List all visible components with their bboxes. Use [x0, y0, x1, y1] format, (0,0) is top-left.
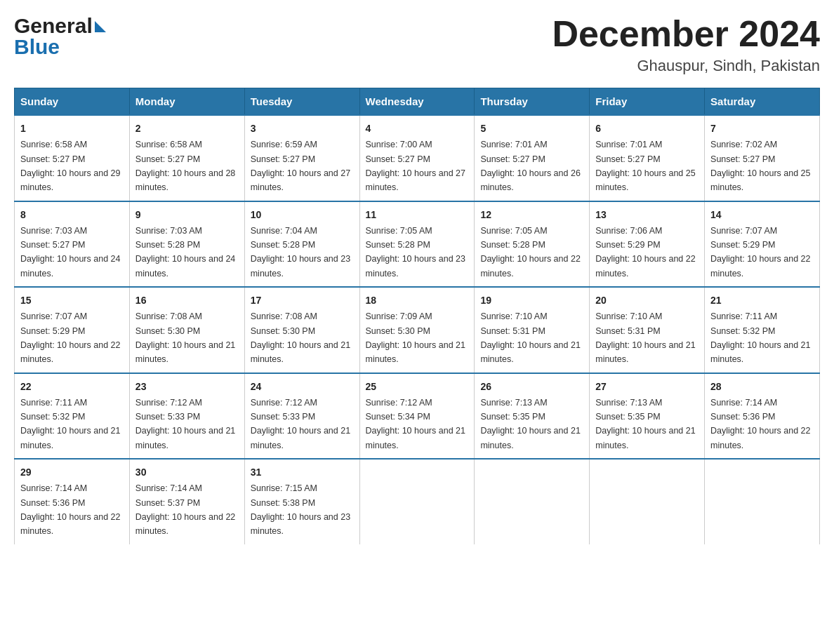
- day-info: Sunrise: 7:13 AMSunset: 5:35 PMDaylight:…: [480, 398, 580, 450]
- day-cell: 15 Sunrise: 7:07 AMSunset: 5:29 PMDaylig…: [15, 287, 130, 373]
- logo: General Blue: [14, 14, 106, 59]
- day-info: Sunrise: 7:14 AMSunset: 5:36 PMDaylight:…: [20, 483, 120, 536]
- day-info: Sunrise: 7:06 AMSunset: 5:29 PMDaylight:…: [595, 226, 695, 279]
- day-info: Sunrise: 7:04 AMSunset: 5:28 PMDaylight:…: [251, 226, 350, 279]
- day-cell: 22 Sunrise: 7:11 AMSunset: 5:32 PMDaylig…: [15, 373, 130, 459]
- day-cell: 26 Sunrise: 7:13 AMSunset: 5:35 PMDaylig…: [475, 373, 590, 459]
- day-info: Sunrise: 7:03 AMSunset: 5:28 PMDaylight:…: [135, 226, 235, 279]
- day-cell: [705, 459, 820, 544]
- day-number: 9: [135, 208, 239, 222]
- day-number: 19: [480, 293, 583, 308]
- day-cell: 12 Sunrise: 7:05 AMSunset: 5:28 PMDaylig…: [475, 201, 590, 288]
- day-number: 15: [20, 293, 124, 308]
- day-info: Sunrise: 7:14 AMSunset: 5:36 PMDaylight:…: [710, 398, 810, 450]
- day-cell: 20 Sunrise: 7:10 AMSunset: 5:31 PMDaylig…: [590, 287, 705, 373]
- day-info: Sunrise: 7:13 AMSunset: 5:35 PMDaylight:…: [595, 398, 695, 450]
- day-number: 1: [20, 121, 124, 136]
- day-number: 7: [710, 121, 814, 136]
- day-info: Sunrise: 7:08 AMSunset: 5:30 PMDaylight:…: [135, 311, 235, 364]
- day-cell: 5 Sunrise: 7:01 AMSunset: 5:27 PMDayligh…: [475, 115, 590, 201]
- day-cell: 9 Sunrise: 7:03 AMSunset: 5:28 PMDayligh…: [129, 201, 244, 288]
- calendar-subtitle: Ghauspur, Sindh, Pakistan: [552, 57, 820, 75]
- day-cell: 16 Sunrise: 7:08 AMSunset: 5:30 PMDaylig…: [129, 287, 244, 373]
- day-number: 18: [366, 293, 469, 308]
- day-info: Sunrise: 7:15 AMSunset: 5:38 PMDaylight:…: [251, 483, 350, 536]
- day-info: Sunrise: 7:10 AMSunset: 5:31 PMDaylight:…: [595, 311, 695, 364]
- day-number: 8: [20, 208, 124, 222]
- day-info: Sunrise: 7:07 AMSunset: 5:29 PMDaylight:…: [710, 226, 810, 279]
- day-info: Sunrise: 7:01 AMSunset: 5:27 PMDaylight:…: [480, 140, 580, 192]
- day-info: Sunrise: 7:10 AMSunset: 5:31 PMDaylight:…: [480, 311, 580, 364]
- logo-blue-text: Blue: [14, 35, 106, 59]
- day-cell: 7 Sunrise: 7:02 AMSunset: 5:27 PMDayligh…: [705, 115, 820, 201]
- day-number: 21: [710, 293, 814, 308]
- day-number: 11: [366, 208, 469, 222]
- day-cell: 1 Sunrise: 6:58 AMSunset: 5:27 PMDayligh…: [15, 115, 130, 201]
- day-cell: 6 Sunrise: 7:01 AMSunset: 5:27 PMDayligh…: [590, 115, 705, 201]
- day-cell: 3 Sunrise: 6:59 AMSunset: 5:27 PMDayligh…: [244, 115, 359, 201]
- day-number: 4: [366, 121, 469, 136]
- day-info: Sunrise: 7:14 AMSunset: 5:37 PMDaylight:…: [135, 483, 235, 536]
- day-cell: 23 Sunrise: 7:12 AMSunset: 5:33 PMDaylig…: [129, 373, 244, 459]
- header-thursday: Thursday: [475, 88, 590, 116]
- day-info: Sunrise: 6:59 AMSunset: 5:27 PMDaylight:…: [251, 140, 350, 192]
- calendar-title: December 2024: [552, 14, 820, 54]
- day-number: 22: [20, 380, 124, 394]
- day-cell: 13 Sunrise: 7:06 AMSunset: 5:29 PMDaylig…: [590, 201, 705, 288]
- day-cell: 17 Sunrise: 7:08 AMSunset: 5:30 PMDaylig…: [244, 287, 359, 373]
- day-number: 12: [480, 208, 583, 222]
- logo-triangle-icon: [95, 21, 106, 32]
- day-info: Sunrise: 7:11 AMSunset: 5:32 PMDaylight:…: [710, 311, 810, 364]
- day-info: Sunrise: 6:58 AMSunset: 5:27 PMDaylight:…: [135, 140, 235, 192]
- day-cell: 27 Sunrise: 7:13 AMSunset: 5:35 PMDaylig…: [590, 373, 705, 459]
- day-info: Sunrise: 7:05 AMSunset: 5:28 PMDaylight:…: [480, 226, 580, 279]
- day-cell: [590, 459, 705, 544]
- day-number: 16: [135, 293, 239, 308]
- header-tuesday: Tuesday: [244, 88, 359, 116]
- header-monday: Monday: [129, 88, 244, 116]
- day-info: Sunrise: 6:58 AMSunset: 5:27 PMDaylight:…: [20, 140, 120, 192]
- header-saturday: Saturday: [705, 88, 820, 116]
- day-info: Sunrise: 7:11 AMSunset: 5:32 PMDaylight:…: [20, 398, 120, 450]
- day-cell: 31 Sunrise: 7:15 AMSunset: 5:38 PMDaylig…: [244, 459, 359, 544]
- day-cell: [475, 459, 590, 544]
- page-header: General Blue December 2024 Ghauspur, Sin…: [14, 14, 820, 75]
- day-cell: 14 Sunrise: 7:07 AMSunset: 5:29 PMDaylig…: [705, 201, 820, 288]
- day-info: Sunrise: 7:12 AMSunset: 5:34 PMDaylight:…: [366, 398, 465, 450]
- calendar-table: Sunday Monday Tuesday Wednesday Thursday…: [14, 88, 820, 544]
- day-number: 26: [480, 380, 583, 394]
- week-row-4: 22 Sunrise: 7:11 AMSunset: 5:32 PMDaylig…: [15, 373, 820, 459]
- day-cell: 8 Sunrise: 7:03 AMSunset: 5:27 PMDayligh…: [15, 201, 130, 288]
- day-cell: 4 Sunrise: 7:00 AMSunset: 5:27 PMDayligh…: [359, 115, 475, 201]
- day-number: 10: [251, 208, 354, 222]
- day-number: 2: [135, 121, 239, 136]
- day-number: 30: [135, 465, 239, 480]
- day-number: 28: [710, 380, 814, 394]
- day-cell: 30 Sunrise: 7:14 AMSunset: 5:37 PMDaylig…: [129, 459, 244, 544]
- header-sunday: Sunday: [15, 88, 130, 116]
- day-info: Sunrise: 7:00 AMSunset: 5:27 PMDaylight:…: [366, 140, 465, 192]
- day-number: 27: [595, 380, 699, 394]
- day-cell: 24 Sunrise: 7:12 AMSunset: 5:33 PMDaylig…: [244, 373, 359, 459]
- day-number: 5: [480, 121, 583, 136]
- day-cell: [359, 459, 475, 544]
- day-number: 25: [366, 380, 469, 394]
- day-cell: 21 Sunrise: 7:11 AMSunset: 5:32 PMDaylig…: [705, 287, 820, 373]
- day-number: 6: [595, 121, 699, 136]
- day-cell: 28 Sunrise: 7:14 AMSunset: 5:36 PMDaylig…: [705, 373, 820, 459]
- day-number: 17: [251, 293, 354, 308]
- week-row-5: 29 Sunrise: 7:14 AMSunset: 5:36 PMDaylig…: [15, 459, 820, 544]
- calendar-header-row: Sunday Monday Tuesday Wednesday Thursday…: [15, 88, 820, 116]
- day-cell: 19 Sunrise: 7:10 AMSunset: 5:31 PMDaylig…: [475, 287, 590, 373]
- day-info: Sunrise: 7:01 AMSunset: 5:27 PMDaylight:…: [595, 140, 695, 192]
- day-info: Sunrise: 7:03 AMSunset: 5:27 PMDaylight:…: [20, 226, 120, 279]
- week-row-1: 1 Sunrise: 6:58 AMSunset: 5:27 PMDayligh…: [15, 115, 820, 201]
- day-cell: 11 Sunrise: 7:05 AMSunset: 5:28 PMDaylig…: [359, 201, 475, 288]
- logo-general-text: General: [14, 14, 93, 38]
- day-cell: 29 Sunrise: 7:14 AMSunset: 5:36 PMDaylig…: [15, 459, 130, 544]
- day-cell: 2 Sunrise: 6:58 AMSunset: 5:27 PMDayligh…: [129, 115, 244, 201]
- day-info: Sunrise: 7:12 AMSunset: 5:33 PMDaylight:…: [135, 398, 235, 450]
- week-row-2: 8 Sunrise: 7:03 AMSunset: 5:27 PMDayligh…: [15, 201, 820, 288]
- day-number: 29: [20, 465, 124, 480]
- day-info: Sunrise: 7:07 AMSunset: 5:29 PMDaylight:…: [20, 311, 120, 364]
